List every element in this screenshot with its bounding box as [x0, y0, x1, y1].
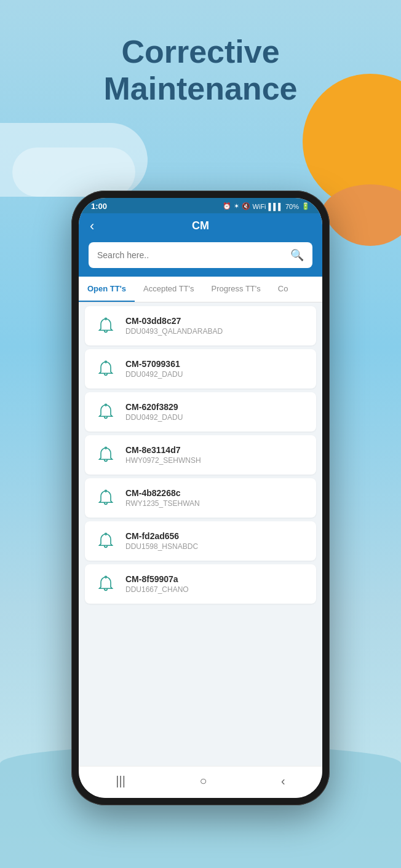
bell-icon [95, 315, 117, 337]
nav-back-button[interactable]: ‹ [281, 774, 285, 788]
item-text: CM-8e3114d7 HWY0972_SEHWNSH [125, 445, 306, 465]
list-item[interactable]: CM-fd2ad656 DDU1598_HSNABDC [85, 521, 316, 561]
item-text: CM-4b82268c RWY1235_TSEHWAN [125, 488, 306, 508]
alarm-icon: ⏰ [223, 202, 231, 210]
item-sub: DDU1667_CHANO [125, 585, 306, 594]
nav-home-button[interactable]: ○ [199, 774, 207, 788]
app-header: ‹ CM [79, 213, 322, 242]
item-id: CM-620f3829 [125, 402, 306, 412]
item-sub: DDU0492_DADU [125, 413, 306, 422]
bell-icon [95, 487, 117, 509]
status-icons: ⏰ ✶ 🔇 WiFi ▌▌▌ 70% 🔋 [223, 202, 310, 210]
item-id: CM-4b82268c [125, 488, 306, 498]
status-bar: 1:00 ⏰ ✶ 🔇 WiFi ▌▌▌ 70% 🔋 [79, 198, 322, 213]
bell-icon [95, 573, 117, 595]
search-icon[interactable]: 🔍 [290, 248, 304, 262]
list-item[interactable]: CM-620f3829 DDU0492_DADU [85, 392, 316, 432]
phone-frame: 1:00 ⏰ ✶ 🔇 WiFi ▌▌▌ 70% 🔋 ‹ CM [71, 191, 330, 805]
mute-icon: 🔇 [242, 202, 250, 210]
phone-screen: 1:00 ⏰ ✶ 🔇 WiFi ▌▌▌ 70% 🔋 ‹ CM [79, 198, 322, 798]
bell-icon [95, 358, 117, 380]
title-line2: Maintenance [104, 71, 298, 106]
list-item[interactable]: CM-8f59907a DDU1667_CHANO [85, 564, 316, 604]
bell-icon [95, 530, 117, 552]
battery-text: 70% [285, 203, 299, 210]
back-button[interactable]: ‹ [90, 218, 94, 234]
background: Corrective Maintenance 1:00 ⏰ ✶ 🔇 WiFi ▌… [0, 0, 401, 868]
bottom-nav: ||| ○ ‹ [79, 766, 322, 798]
bell-icon [95, 401, 117, 423]
tabs-container: Open TT's Accepted TT's Progress TT's Co [79, 277, 322, 302]
item-text: CM-620f3829 DDU0492_DADU [125, 402, 306, 422]
tab-progress-tts[interactable]: Progress TT's [203, 277, 269, 302]
item-sub: HWY0972_SEHWNSH [125, 456, 306, 465]
bluetooth-icon: ✶ [234, 202, 239, 210]
search-bar[interactable]: 🔍 [89, 242, 312, 268]
search-container: 🔍 [79, 242, 322, 277]
item-id: CM-57099361 [125, 359, 306, 369]
item-id: CM-8f59907a [125, 574, 306, 584]
item-sub: DDU0493_QALANDARABAD [125, 327, 306, 336]
status-time: 1:00 [91, 202, 107, 211]
title-line1: Corrective [121, 34, 279, 69]
item-id: CM-8e3114d7 [125, 445, 306, 455]
wifi-icon: WiFi [253, 203, 266, 210]
search-input[interactable] [97, 250, 290, 260]
tab-co[interactable]: Co [269, 277, 297, 302]
item-text: CM-57099361 DDU0492_DADU [125, 359, 306, 379]
item-text: CM-fd2ad656 DDU1598_HSNABDC [125, 531, 306, 551]
signal-icon: ▌▌▌ [269, 203, 283, 210]
app-title: CM [192, 219, 209, 232]
items-list: CM-03dd8c27 DDU0493_QALANDARABAD [79, 302, 322, 766]
phone-mockup: 1:00 ⏰ ✶ 🔇 WiFi ▌▌▌ 70% 🔋 ‹ CM [71, 191, 330, 805]
bell-icon [95, 444, 117, 466]
cloud-decoration-2 [12, 148, 135, 197]
item-sub: DDU0492_DADU [125, 370, 306, 379]
item-id: CM-03dd8c27 [125, 316, 306, 326]
list-item[interactable]: CM-4b82268c RWY1235_TSEHWAN [85, 478, 316, 518]
list-item[interactable]: CM-57099361 DDU0492_DADU [85, 349, 316, 389]
page-title-section: Corrective Maintenance [0, 34, 401, 108]
item-sub: RWY1235_TSEHWAN [125, 499, 306, 508]
list-item[interactable]: CM-03dd8c27 DDU0493_QALANDARABAD [85, 306, 316, 345]
tab-open-tts[interactable]: Open TT's [79, 277, 135, 302]
item-sub: DDU1598_HSNABDC [125, 542, 306, 551]
item-id: CM-fd2ad656 [125, 531, 306, 541]
item-text: CM-03dd8c27 DDU0493_QALANDARABAD [125, 316, 306, 336]
list-item[interactable]: CM-8e3114d7 HWY0972_SEHWNSH [85, 435, 316, 475]
nav-menu-button[interactable]: ||| [116, 774, 125, 788]
tab-accepted-tts[interactable]: Accepted TT's [135, 277, 202, 302]
item-text: CM-8f59907a DDU1667_CHANO [125, 574, 306, 594]
battery-icon: 🔋 [301, 202, 310, 210]
